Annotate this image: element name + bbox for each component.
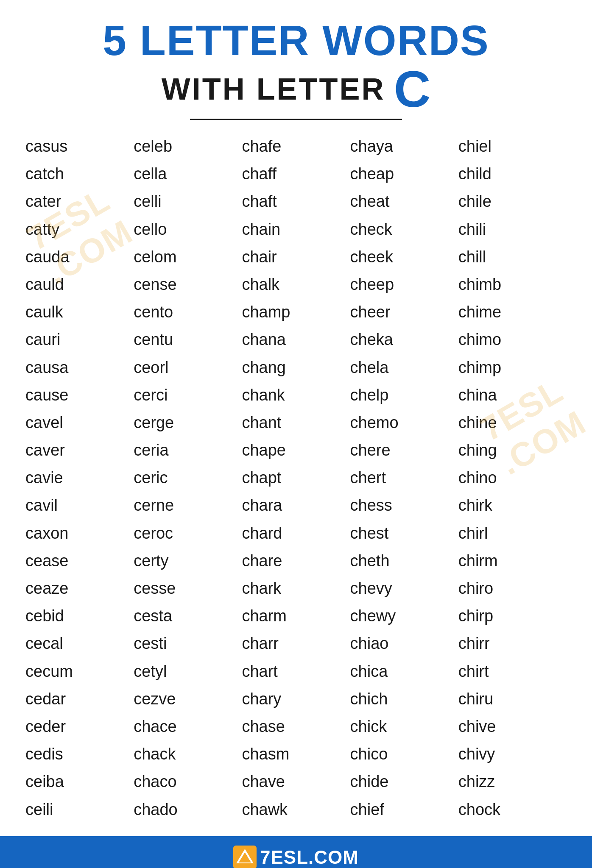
word-item: chimb	[458, 271, 567, 298]
word-item: cedis	[25, 740, 134, 768]
word-item: cheka	[350, 326, 458, 353]
word-item: cauld	[25, 271, 134, 298]
word-item: catch	[25, 160, 134, 188]
word-item: chain	[242, 216, 350, 243]
word-item: chark	[242, 575, 350, 602]
word-item: celli	[134, 188, 242, 215]
word-column-3: chayacheapcheatcheckcheekcheepcheercheka…	[350, 133, 458, 823]
word-item: cesse	[134, 575, 242, 602]
word-item: chile	[458, 188, 567, 215]
word-item: chaff	[242, 160, 350, 188]
word-item: chirk	[458, 492, 567, 519]
word-item: ceiba	[25, 768, 134, 796]
word-item: chack	[134, 740, 242, 768]
word-item: cella	[134, 160, 242, 188]
footer-text: 7ESL.COM	[260, 847, 359, 868]
word-item: chili	[458, 216, 567, 243]
word-item: chare	[242, 547, 350, 575]
footer: 7ESL.COM	[0, 836, 592, 868]
word-item: ceria	[134, 437, 242, 464]
word-item: chase	[242, 713, 350, 740]
word-item: cavel	[25, 409, 134, 437]
word-item: chess	[350, 492, 458, 519]
word-item: ceroc	[134, 520, 242, 547]
word-item: chico	[350, 740, 458, 768]
word-item: chill	[458, 243, 567, 271]
word-item: certy	[134, 547, 242, 575]
word-item: ceorl	[134, 354, 242, 381]
word-item: champ	[242, 298, 350, 326]
main-content: 5 LETTER WORDS WITH LETTER C 7ESL.COM 7E…	[0, 0, 592, 836]
word-item: chafe	[242, 133, 350, 160]
word-item: chank	[242, 381, 350, 409]
word-item: chalk	[242, 271, 350, 298]
word-item: chair	[242, 243, 350, 271]
word-item: ching	[458, 437, 567, 464]
word-item: catty	[25, 216, 134, 243]
word-item: chime	[458, 298, 567, 326]
word-item: cello	[134, 216, 242, 243]
word-item: cauda	[25, 243, 134, 271]
title-section: 5 LETTER WORDS WITH LETTER C	[25, 17, 567, 120]
footer-logo: 7ESL.COM	[233, 846, 359, 868]
word-item: chirp	[458, 602, 567, 630]
word-item: caver	[25, 437, 134, 464]
subtitle-row: WITH LETTER C	[25, 64, 567, 114]
word-item: cebid	[25, 602, 134, 630]
word-column-2: chafechaffchaftchainchairchalkchampchana…	[242, 133, 350, 823]
word-item: chemo	[350, 409, 458, 437]
word-item: chasm	[242, 740, 350, 768]
word-item: chock	[458, 796, 567, 823]
word-item: cause	[25, 381, 134, 409]
word-item: cecum	[25, 658, 134, 685]
word-item: cedar	[25, 685, 134, 713]
word-item: celom	[134, 243, 242, 271]
word-item: chave	[242, 768, 350, 796]
word-item: chiao	[350, 630, 458, 657]
word-item: chere	[350, 437, 458, 464]
word-item: charm	[242, 602, 350, 630]
word-item: chiru	[458, 685, 567, 713]
word-item: charr	[242, 630, 350, 657]
word-item: cauri	[25, 326, 134, 353]
word-item: chara	[242, 492, 350, 519]
word-column-0: casuscatchcatercattycaudacauldcaulkcauri…	[25, 133, 134, 823]
word-item: china	[458, 381, 567, 409]
word-item: chary	[242, 685, 350, 713]
word-item: caxon	[25, 520, 134, 547]
word-item: chine	[458, 409, 567, 437]
word-item: chimp	[458, 354, 567, 381]
word-item: cheep	[350, 271, 458, 298]
word-item: check	[350, 216, 458, 243]
word-grid: 7ESL.COM 7ESL.COM casuscatchcatercattyca…	[25, 133, 567, 823]
word-item: cetyl	[134, 658, 242, 685]
word-item: chirm	[458, 547, 567, 575]
main-title: 5 LETTER WORDS	[25, 17, 567, 64]
word-item: cesti	[134, 630, 242, 657]
word-item: cheth	[350, 547, 458, 575]
word-item: chirl	[458, 520, 567, 547]
word-item: chick	[350, 713, 458, 740]
word-item: cesta	[134, 602, 242, 630]
subtitle-text: WITH LETTER	[162, 72, 385, 106]
word-item: chiro	[458, 575, 567, 602]
word-item: cense	[134, 271, 242, 298]
word-item: centu	[134, 326, 242, 353]
word-item: chang	[242, 354, 350, 381]
word-item: chela	[350, 354, 458, 381]
word-item: cheek	[350, 243, 458, 271]
word-item: chado	[134, 796, 242, 823]
word-item: chide	[350, 768, 458, 796]
word-item: chaya	[350, 133, 458, 160]
word-item: chace	[134, 713, 242, 740]
word-item: ceaze	[25, 575, 134, 602]
word-item: chawk	[242, 796, 350, 823]
word-item: chert	[350, 464, 458, 492]
divider	[190, 119, 402, 120]
word-item: chirr	[458, 630, 567, 657]
word-item: celeb	[134, 133, 242, 160]
word-item: chewy	[350, 602, 458, 630]
word-item: cezve	[134, 685, 242, 713]
word-item: ceili	[25, 796, 134, 823]
word-item: chaco	[134, 768, 242, 796]
